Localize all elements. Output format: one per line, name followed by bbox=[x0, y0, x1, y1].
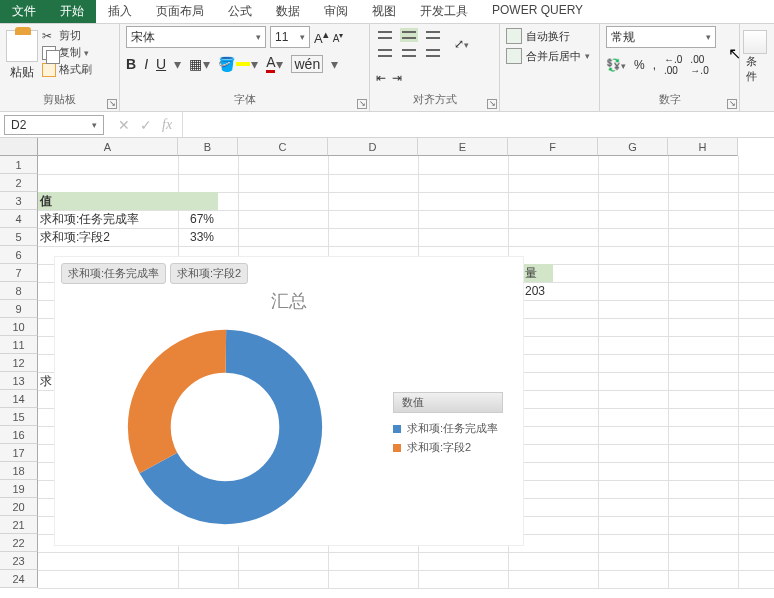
align-top-center[interactable] bbox=[400, 28, 418, 42]
row-header-20[interactable]: 20 bbox=[0, 498, 38, 516]
accounting-button[interactable]: 💱▾ bbox=[606, 58, 626, 72]
row-header-24[interactable]: 24 bbox=[0, 570, 38, 588]
paste-icon[interactable] bbox=[6, 30, 38, 62]
row-header-12[interactable]: 12 bbox=[0, 354, 38, 372]
row-header-19[interactable]: 19 bbox=[0, 480, 38, 498]
bold-button[interactable]: B bbox=[126, 56, 136, 72]
wrap-text-button[interactable]: 自动换行 bbox=[506, 28, 593, 44]
row-header-10[interactable]: 10 bbox=[0, 318, 38, 336]
name-box[interactable]: D2▾ bbox=[4, 115, 104, 135]
cut-button[interactable]: 剪切 bbox=[42, 28, 92, 43]
tab-home[interactable]: 开始 bbox=[48, 0, 96, 23]
conditional-format-button[interactable]: 条件 bbox=[746, 26, 764, 84]
group-align: 对齐方式 bbox=[376, 90, 493, 109]
orientation-button[interactable]: ⤢▾ bbox=[454, 37, 469, 51]
cell-b13[interactable]: 求 bbox=[38, 372, 54, 390]
align-top-right[interactable] bbox=[424, 28, 442, 42]
row-header-7[interactable]: 7 bbox=[0, 264, 38, 282]
row-header-13[interactable]: 13 bbox=[0, 372, 38, 390]
align-left[interactable] bbox=[376, 46, 394, 60]
clipboard-launcher[interactable]: ↘ bbox=[107, 99, 117, 109]
col-header-H[interactable]: H bbox=[668, 138, 738, 156]
copy-button[interactable]: 复制 ▾ bbox=[42, 45, 92, 60]
cell-b5[interactable]: 求和项:字段2 bbox=[38, 228, 112, 246]
row-header-5[interactable]: 5 bbox=[0, 228, 38, 246]
font-name-select[interactable]: 宋体▾ bbox=[126, 26, 266, 48]
align-center[interactable] bbox=[400, 46, 418, 60]
col-header-C[interactable]: C bbox=[238, 138, 328, 156]
align-launcher[interactable]: ↘ bbox=[487, 99, 497, 109]
comma-button[interactable]: , bbox=[653, 58, 656, 72]
tab-insert[interactable]: 插入 bbox=[96, 0, 144, 23]
select-all-corner[interactable] bbox=[0, 138, 38, 156]
row-header-4[interactable]: 4 bbox=[0, 210, 38, 228]
border-button[interactable]: ▦▾ bbox=[189, 56, 210, 72]
cell-b4[interactable]: 求和项:任务完成率 bbox=[38, 210, 141, 228]
align-top-left[interactable] bbox=[376, 28, 394, 42]
percent-button[interactable]: % bbox=[634, 58, 645, 72]
tab-formulas[interactable]: 公式 bbox=[216, 0, 264, 23]
enter-formula-icon[interactable]: ✓ bbox=[140, 117, 152, 133]
chart-field-button-1[interactable]: 求和项:任务完成率 bbox=[61, 263, 166, 284]
phonetic-button[interactable]: wén bbox=[291, 55, 323, 73]
row-header-1[interactable]: 1 bbox=[0, 156, 38, 174]
merge-center-button[interactable]: 合并后居中▾ bbox=[506, 48, 593, 64]
underline-button[interactable]: U bbox=[156, 56, 166, 72]
col-header-D[interactable]: D bbox=[328, 138, 418, 156]
cell-b3[interactable]: 值 bbox=[38, 192, 218, 210]
row-header-3[interactable]: 3 bbox=[0, 192, 38, 210]
format-painter-button[interactable]: 格式刷 bbox=[42, 62, 92, 77]
fill-color-button[interactable]: 🪣▾ bbox=[218, 56, 258, 72]
formula-bar[interactable] bbox=[182, 112, 774, 137]
tab-review[interactable]: 审阅 bbox=[312, 0, 360, 23]
row-header-8[interactable]: 8 bbox=[0, 282, 38, 300]
tab-file[interactable]: 文件 bbox=[0, 0, 48, 23]
cell-c4[interactable]: 67% bbox=[188, 210, 216, 228]
row-header-6[interactable]: 6 bbox=[0, 246, 38, 264]
group-clipboard: 剪贴板 bbox=[6, 90, 113, 109]
tab-data[interactable]: 数据 bbox=[264, 0, 312, 23]
row-header-2[interactable]: 2 bbox=[0, 174, 38, 192]
paste-button[interactable]: 粘贴 bbox=[10, 64, 34, 81]
row-header-14[interactable]: 14 bbox=[0, 390, 38, 408]
decrease-decimal[interactable]: .00→.0 bbox=[690, 54, 708, 76]
font-launcher[interactable]: ↘ bbox=[357, 99, 367, 109]
cell-f8[interactable]: 203 bbox=[523, 282, 547, 300]
row-header-21[interactable]: 21 bbox=[0, 516, 38, 534]
col-header-E[interactable]: E bbox=[418, 138, 508, 156]
increase-indent[interactable]: ⇥ bbox=[392, 71, 402, 85]
col-header-B[interactable]: B bbox=[178, 138, 238, 156]
row-header-16[interactable]: 16 bbox=[0, 426, 38, 444]
tab-layout[interactable]: 页面布局 bbox=[144, 0, 216, 23]
tab-dev[interactable]: 开发工具 bbox=[408, 0, 480, 23]
row-header-11[interactable]: 11 bbox=[0, 336, 38, 354]
increase-decimal[interactable]: ←.0.00 bbox=[664, 54, 682, 76]
row-header-15[interactable]: 15 bbox=[0, 408, 38, 426]
col-header-A[interactable]: A bbox=[38, 138, 178, 156]
number-launcher[interactable]: ↘ bbox=[727, 99, 737, 109]
decrease-font-icon[interactable]: A▾ bbox=[333, 30, 344, 44]
row-header-17[interactable]: 17 bbox=[0, 444, 38, 462]
increase-font-icon[interactable]: A▴ bbox=[314, 28, 329, 46]
font-color-button[interactable]: A▾ bbox=[266, 54, 283, 73]
decrease-indent[interactable]: ⇤ bbox=[376, 71, 386, 85]
row-header-23[interactable]: 23 bbox=[0, 552, 38, 570]
row-header-22[interactable]: 22 bbox=[0, 534, 38, 552]
italic-button[interactable]: I bbox=[144, 56, 148, 72]
scissors-icon bbox=[42, 29, 56, 43]
row-header-9[interactable]: 9 bbox=[0, 300, 38, 318]
font-size-select[interactable]: 11▾ bbox=[270, 26, 310, 48]
cell-c5[interactable]: 33% bbox=[188, 228, 216, 246]
chart-field-button-2[interactable]: 求和项:字段2 bbox=[170, 263, 248, 284]
fx-icon[interactable]: fx bbox=[162, 117, 172, 133]
tab-powerquery[interactable]: POWER QUERY bbox=[480, 0, 595, 23]
align-right[interactable] bbox=[424, 46, 442, 60]
cell-f7[interactable]: 量 bbox=[523, 264, 553, 282]
chart-object[interactable]: 求和项:任务完成率 求和项:字段2 汇总 数值 求和项:任务完成率 求和项:字段… bbox=[54, 256, 524, 546]
tab-view[interactable]: 视图 bbox=[360, 0, 408, 23]
col-header-F[interactable]: F bbox=[508, 138, 598, 156]
row-header-18[interactable]: 18 bbox=[0, 462, 38, 480]
col-header-G[interactable]: G bbox=[598, 138, 668, 156]
cancel-formula-icon[interactable]: ✕ bbox=[118, 117, 130, 133]
number-format-select[interactable]: 常规▾ bbox=[606, 26, 716, 48]
